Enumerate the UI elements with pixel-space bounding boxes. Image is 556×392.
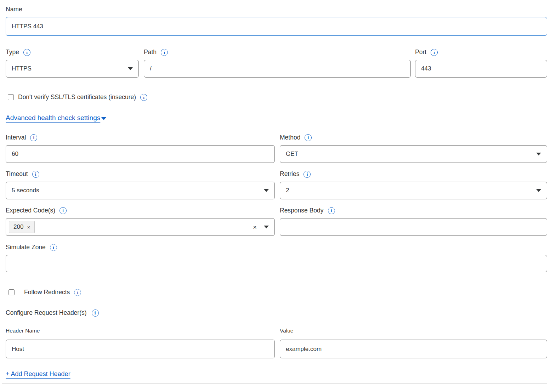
info-icon[interactable]: i: [30, 134, 37, 141]
chevron-down-icon[interactable]: [101, 117, 107, 120]
expected-code-tag-label: 200: [13, 223, 23, 231]
info-icon[interactable]: i: [303, 171, 311, 178]
name-label-row: Name: [6, 6, 547, 13]
codes-body-row: Expected Code(s) i 200 × × Response Body…: [6, 207, 547, 236]
interval-label: Interval: [6, 134, 26, 141]
expected-code-tag: 200 ×: [9, 221, 35, 233]
timeout-retries-row: Timeout i 5 seconds Retries i 2: [6, 170, 547, 199]
clear-all-icon[interactable]: ×: [253, 224, 257, 231]
ssl-checkbox[interactable]: [8, 94, 14, 100]
chevron-down-icon: [536, 189, 541, 192]
retries-select-value: 2: [286, 187, 536, 194]
chevron-down-icon: [536, 153, 541, 155]
method-select[interactable]: GET: [280, 145, 547, 163]
chevron-down-icon: [128, 67, 133, 70]
type-select[interactable]: HTTPS: [6, 60, 139, 78]
simulate-zone-label: Simulate Zone: [6, 244, 46, 251]
info-icon[interactable]: i: [74, 289, 81, 296]
divider: [2, 383, 547, 384]
header-name-input[interactable]: [6, 340, 275, 358]
response-body-input[interactable]: [280, 218, 547, 236]
advanced-settings-link[interactable]: Advanced health check settings: [6, 114, 100, 122]
type-label: Type: [6, 49, 19, 56]
chevron-down-icon[interactable]: [264, 226, 269, 228]
interval-method-row: Interval i Method i GET: [6, 134, 547, 163]
name-input[interactable]: [6, 17, 547, 36]
port-label: Port: [415, 49, 426, 56]
add-request-header-link[interactable]: + Add Request Header: [6, 370, 70, 378]
info-icon[interactable]: i: [140, 94, 147, 101]
header-value-col-label: Value: [280, 328, 547, 334]
request-headers-section-label: Configure Request Header(s) i: [6, 309, 547, 317]
health-check-form: Name Type i HTTPS Path i Port i: [0, 0, 556, 384]
info-icon[interactable]: i: [32, 171, 39, 178]
chevron-down-icon: [264, 189, 269, 192]
path-input[interactable]: [144, 60, 411, 78]
timeout-label: Timeout: [6, 170, 28, 178]
info-icon[interactable]: i: [50, 244, 57, 251]
retries-label: Retries: [280, 170, 299, 178]
follow-redirects-row: Follow Redirects i: [8, 289, 547, 296]
advanced-settings-link-label: Advanced health check settings: [6, 114, 100, 122]
header-value-input[interactable]: [280, 340, 547, 358]
name-label: Name: [6, 6, 22, 13]
ssl-checkbox-row: Don't verify SSL/TLS certificates (insec…: [8, 93, 547, 101]
header-row: Header Name Value: [6, 328, 547, 358]
interval-input[interactable]: [6, 145, 275, 163]
header-name-col-label: Header Name: [6, 328, 275, 334]
info-icon[interactable]: i: [328, 207, 335, 214]
timeout-select[interactable]: 5 seconds: [6, 182, 275, 199]
info-icon[interactable]: i: [431, 49, 438, 56]
expected-codes-multiselect[interactable]: 200 × ×: [6, 218, 275, 236]
configure-headers-label: Configure Request Header(s): [6, 309, 87, 317]
simulate-zone-section: Simulate Zone i: [6, 244, 547, 272]
ssl-checkbox-label: Don't verify SSL/TLS certificates (insec…: [18, 93, 136, 101]
type-select-value: HTTPS: [12, 65, 128, 72]
info-icon[interactable]: i: [161, 49, 168, 56]
type-path-port-row: Type i HTTPS Path i Port i: [6, 49, 547, 78]
info-icon[interactable]: i: [92, 309, 99, 317]
method-select-value: GET: [286, 150, 536, 158]
path-label: Path: [144, 49, 157, 56]
add-request-header-link-label: + Add Request Header: [6, 370, 70, 378]
retries-select[interactable]: 2: [280, 182, 547, 199]
expected-codes-label: Expected Code(s): [6, 207, 55, 214]
remove-tag-icon[interactable]: ×: [27, 224, 30, 230]
simulate-zone-input[interactable]: [6, 255, 547, 272]
info-icon[interactable]: i: [23, 49, 30, 56]
info-icon[interactable]: i: [59, 207, 67, 214]
method-label: Method: [280, 134, 300, 141]
timeout-select-value: 5 seconds: [12, 187, 264, 194]
follow-redirects-checkbox[interactable]: [8, 289, 15, 295]
port-input[interactable]: [415, 60, 547, 78]
follow-redirects-label: Follow Redirects: [24, 289, 70, 296]
response-body-label: Response Body: [280, 207, 324, 214]
info-icon[interactable]: i: [305, 134, 312, 141]
